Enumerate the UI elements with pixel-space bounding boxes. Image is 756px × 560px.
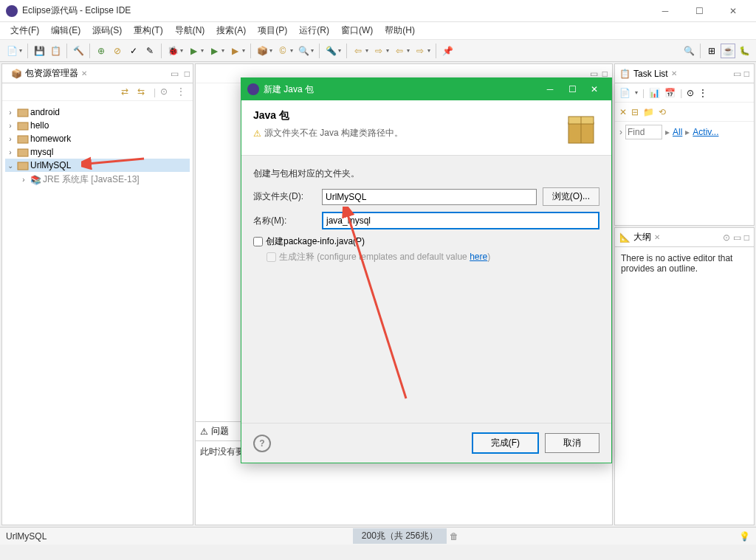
minimize-button[interactable]: ─ xyxy=(648,0,682,22)
dialog-body: 创建与包相对应的文件夹。 源文件夹(D): 浏览(O)... 名称(M): 创建… xyxy=(241,156,611,423)
run-icon[interactable]: ▶ xyxy=(186,44,201,58)
dialog-footer: ? 完成(F) 取消 xyxy=(241,423,611,463)
configure-here-link[interactable]: here xyxy=(470,252,487,262)
menu-window[interactable]: 窗口(W) xyxy=(337,23,377,38)
nav-icon1[interactable]: ⇦ xyxy=(351,44,365,58)
cancel-button[interactable]: 取消 xyxy=(545,433,599,453)
nav-icon4[interactable]: ⇨ xyxy=(413,44,427,58)
new-package-icon[interactable]: 📦 xyxy=(255,44,269,58)
trash-icon[interactable]: 🗑 xyxy=(447,531,461,542)
tree-item-android[interactable]: › android xyxy=(5,106,190,119)
bullets-icon[interactable]: ⊘ xyxy=(110,44,125,58)
menu-navigate[interactable]: 导航(N) xyxy=(171,23,210,38)
view-menu-icon[interactable]: ⋮ xyxy=(698,88,707,98)
right-panel: 📋 Task List ✕ ▭ □ 📄▾ | 📊 📅 | ⊙ ⋮ ✕ ⊟ 📁 xyxy=(614,63,755,525)
help-button[interactable]: ? xyxy=(253,435,271,452)
focus-icon[interactable]: ⊙ xyxy=(160,86,172,98)
create-package-info-label: 创建package-info.java(P) xyxy=(266,235,365,248)
collapse-all-icon[interactable]: ⇄ xyxy=(121,86,133,98)
menu-run[interactable]: 运行(R) xyxy=(295,23,334,38)
tree-item-mysql[interactable]: › mysql xyxy=(5,145,190,159)
quick-access-icon[interactable]: 🔍 xyxy=(681,44,696,58)
build-icon[interactable]: ⊕ xyxy=(94,44,109,58)
browse-button[interactable]: 浏览(O)... xyxy=(543,187,599,206)
link-editor-icon[interactable]: ⇆ xyxy=(137,86,149,98)
coverage-icon[interactable]: ▶ xyxy=(207,44,221,58)
dialog-close-button[interactable]: ✕ xyxy=(583,84,605,94)
clean-icon[interactable]: ✎ xyxy=(142,44,157,58)
focus-task-icon[interactable]: ⊙ xyxy=(687,88,694,98)
minimize-panel-icon[interactable]: ▭ xyxy=(168,69,182,79)
debug-perspective-icon[interactable]: 🐛 xyxy=(737,44,752,58)
perspective-icon[interactable]: ⊞ xyxy=(704,44,719,58)
filter-icon[interactable]: 📁 xyxy=(643,107,654,117)
problems-tab[interactable]: 问题 xyxy=(211,425,229,438)
dialog-maximize-button[interactable]: ☐ xyxy=(561,84,583,94)
sync-icon[interactable]: ⟲ xyxy=(659,107,666,117)
categorize-icon[interactable]: 📊 xyxy=(649,88,660,98)
package-banner-icon xyxy=(563,109,599,146)
finish-button[interactable]: 完成(F) xyxy=(472,432,539,454)
eclipse-icon xyxy=(6,5,18,17)
menu-source[interactable]: 源码(S) xyxy=(88,23,126,38)
save-all-icon[interactable]: 📋 xyxy=(48,44,63,58)
menu-help[interactable]: 帮助(H) xyxy=(380,23,419,38)
outline-panel: 📐 大纲 ✕ ⊙ ▭ □ There is no active editor t… xyxy=(614,227,755,525)
tasklist-icon: 📋 xyxy=(619,69,630,79)
open-type-icon[interactable]: 🔍 xyxy=(296,44,311,58)
minimize-icon[interactable]: ▭ xyxy=(733,69,741,79)
filter-all-link[interactable]: All xyxy=(673,127,682,137)
menu-project[interactable]: 项目(P) xyxy=(253,23,292,38)
new-icon[interactable]: 📄 xyxy=(4,44,19,58)
maximize-button[interactable]: ☐ xyxy=(682,0,716,22)
expand-icon[interactable]: ✕ xyxy=(619,107,627,117)
status-selection: UrlMySQL xyxy=(6,531,353,542)
tip-icon[interactable]: 💡 xyxy=(739,531,750,542)
debug-icon[interactable]: 🐞 xyxy=(165,44,180,58)
tree-label: hello xyxy=(30,120,49,131)
dialog-minimize-button[interactable]: ─ xyxy=(539,84,561,94)
java-perspective-icon[interactable]: ☕ xyxy=(721,44,735,58)
schedule-icon[interactable]: 📅 xyxy=(664,88,676,98)
minimize-icon[interactable]: ▭ xyxy=(733,232,741,243)
tree-item-homework[interactable]: › homework xyxy=(5,132,190,145)
menu-file[interactable]: 文件(F) xyxy=(6,23,44,38)
source-folder-input[interactable] xyxy=(322,189,537,205)
library-icon: 📚 xyxy=(30,175,41,185)
nav-icon3[interactable]: ⇦ xyxy=(392,44,407,58)
close-button[interactable]: ✕ xyxy=(716,0,750,22)
menu-refactor[interactable]: 重构(T) xyxy=(129,23,167,38)
folder-icon xyxy=(17,147,29,157)
maximize-icon[interactable]: □ xyxy=(744,232,749,243)
svg-rect-4 xyxy=(18,162,28,170)
menu-search[interactable]: 搜索(A) xyxy=(212,23,250,38)
save-icon[interactable]: 💾 xyxy=(32,44,47,58)
package-explorer-label: 包资源管理器 xyxy=(25,67,78,80)
mark-icon[interactable]: ✓ xyxy=(126,44,141,58)
new-task-icon[interactable]: 📄 xyxy=(619,88,630,98)
menu-edit[interactable]: 编辑(E) xyxy=(47,23,85,38)
collapse-icon[interactable]: ⊟ xyxy=(631,107,639,117)
create-package-info-checkbox[interactable] xyxy=(253,237,263,246)
find-input[interactable] xyxy=(625,125,662,139)
package-explorer-tab[interactable]: 📦 包资源管理器 ✕ xyxy=(5,64,93,83)
filter-activate-link[interactable]: Activ... xyxy=(693,127,718,137)
tree-item-urlmysql[interactable]: ⌄ UrlMySQL xyxy=(5,159,190,172)
search-icon[interactable]: 🔦 xyxy=(323,44,338,58)
close-icon[interactable]: ✕ xyxy=(81,69,87,77)
tree-item-hello[interactable]: › hello xyxy=(5,119,190,132)
external-icon[interactable]: ▶ xyxy=(227,44,242,58)
package-name-input[interactable] xyxy=(322,212,599,229)
menu-bar: 文件(F) 编辑(E) 源码(S) 重构(T) 导航(N) 搜索(A) 项目(P… xyxy=(0,22,756,40)
new-class-icon[interactable]: © xyxy=(275,44,290,58)
expand-arrow-icon[interactable]: › xyxy=(619,127,622,137)
memory-indicator[interactable]: 200兆（共 256兆） xyxy=(353,528,447,544)
maximize-panel-icon[interactable]: □ xyxy=(182,69,193,79)
maximize-icon[interactable]: □ xyxy=(744,69,749,79)
view-menu-icon[interactable]: ⋮ xyxy=(176,86,188,98)
pin-icon[interactable]: 📌 xyxy=(440,44,455,58)
toggle-icon[interactable]: 🔨 xyxy=(71,44,86,58)
nav-icon2[interactable]: ⇨ xyxy=(371,44,386,58)
link-icon[interactable]: ⊙ xyxy=(723,232,730,243)
tree-item-jre[interactable]: › 📚 JRE 系统库 [JavaSE-13] xyxy=(5,172,190,187)
